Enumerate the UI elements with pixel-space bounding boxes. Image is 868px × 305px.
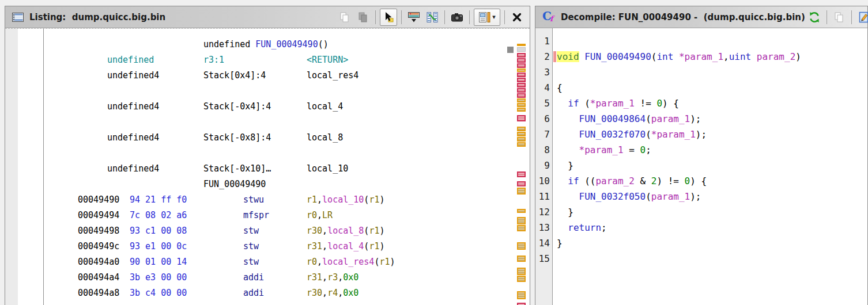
decompiler-line[interactable]: 7 FUN_0032f070(*param_1); bbox=[535, 127, 867, 142]
decompiler-titlebar[interactable]: Cf Decompile: FUN_00049490 - (dump.quicc… bbox=[535, 6, 867, 28]
edit-fields-icon[interactable]: ▾ bbox=[474, 9, 500, 26]
overview-orange-marker[interactable] bbox=[517, 225, 526, 231]
decompiler-code[interactable]: } bbox=[553, 235, 563, 251]
overview-lightgray-marker[interactable] bbox=[517, 47, 526, 52]
overview-orange-marker[interactable] bbox=[517, 68, 526, 72]
overview-red-marker[interactable] bbox=[517, 58, 526, 63]
decompiler-line[interactable]: 14} bbox=[535, 235, 867, 251]
decompiler-line[interactable]: 3 bbox=[535, 64, 867, 80]
overview-orange-marker[interactable] bbox=[517, 256, 526, 262]
overview-red-marker[interactable] bbox=[517, 73, 526, 77]
snapshot-icon[interactable] bbox=[449, 9, 465, 25]
listing-row[interactable]: 0004949094 21 ff f0stwur1,local_10(r1) bbox=[5, 192, 530, 208]
cursor-mode-icon[interactable] bbox=[380, 9, 397, 26]
line-number: 10 bbox=[535, 173, 553, 189]
decompiler-code[interactable]: } bbox=[553, 204, 573, 220]
decompiler-line[interactable]: 4{ bbox=[535, 80, 867, 96]
listing-row[interactable] bbox=[5, 146, 530, 161]
diff-view-icon[interactable] bbox=[424, 9, 440, 25]
decompiler-line[interactable]: 13 return; bbox=[535, 220, 867, 235]
listing-row[interactable]: 0004949893 c1 00 08stwr30,local_8(r1) bbox=[5, 223, 530, 239]
overview-orange-marker[interactable] bbox=[517, 98, 526, 102]
decompiler-line[interactable]: 10 if ((param_2 & 2) != 0) { bbox=[535, 173, 867, 189]
overview-orange-marker[interactable] bbox=[517, 217, 526, 224]
listing-row[interactable]: undefinedr3:1<RETURN> bbox=[5, 52, 530, 68]
line-number: 2 bbox=[535, 49, 553, 64]
copy-icon[interactable] bbox=[831, 9, 847, 25]
listing-view[interactable]: undefined FUN_00049490()undefinedr3:1<RE… bbox=[5, 28, 530, 305]
decompiler-line[interactable]: 6 FUN_00049864(param_1); bbox=[535, 111, 867, 127]
decompiler-code[interactable]: { bbox=[553, 80, 563, 96]
decompiler-line[interactable]: 11 FUN_0032f050(param_1); bbox=[535, 189, 867, 204]
overview-orange-marker[interactable] bbox=[517, 276, 526, 282]
overview-red-marker[interactable] bbox=[517, 78, 526, 82]
listing-titlebar[interactable]: Listing: dump.quicc.big.bin bbox=[5, 6, 530, 28]
overview-orange-marker[interactable] bbox=[517, 268, 526, 275]
overview-red-marker[interactable] bbox=[517, 115, 526, 121]
listing-row[interactable]: undefined4Stack[-0x10]…local_10 bbox=[5, 161, 530, 177]
listing-row[interactable]: 000494947c 08 02 a6mfsprr0,LR bbox=[5, 208, 530, 223]
listing-row[interactable]: 000494a83b c4 00 00addir30,r4,0x0 bbox=[5, 285, 530, 301]
listing-row[interactable]: FUN_00049490 bbox=[5, 177, 530, 192]
decompiler-line[interactable]: 9 } bbox=[535, 158, 867, 173]
line-number: 3 bbox=[535, 64, 553, 80]
decompiler-code[interactable]: return; bbox=[553, 220, 607, 235]
decompiler-line[interactable]: 1 bbox=[535, 33, 867, 49]
line-number: 15 bbox=[535, 251, 553, 266]
overview-orange-marker[interactable] bbox=[517, 291, 526, 299]
decompiler-title: Decompile: FUN_00049490 - (dump.quicc.bi… bbox=[561, 12, 805, 22]
overview-red-marker[interactable] bbox=[517, 83, 526, 87]
decompiler-line[interactable]: 15 bbox=[535, 251, 867, 266]
decompiler-line[interactable]: 5 if (*param_1 != 0) { bbox=[535, 96, 867, 111]
listing-row[interactable]: undefined4Stack[-0x8]:4local_8 bbox=[5, 130, 530, 146]
listing-row[interactable]: 000494a090 01 00 14stwr0,local_res4(r1) bbox=[5, 254, 530, 270]
overview-red-marker[interactable] bbox=[517, 93, 526, 98]
decompiler-code[interactable] bbox=[553, 33, 557, 49]
decompiler-code[interactable]: if (*param_1 != 0) { bbox=[553, 96, 679, 111]
decompiler-code[interactable]: *param_1 = 0; bbox=[553, 142, 651, 158]
listing-row[interactable]: 0004949c93 e1 00 0cstwr31,local_4(r1) bbox=[5, 239, 530, 254]
overview-square-marker[interactable] bbox=[507, 47, 514, 53]
listing-row[interactable] bbox=[5, 115, 530, 130]
overview-orange-marker[interactable] bbox=[517, 242, 526, 250]
refresh-icon[interactable] bbox=[806, 9, 822, 25]
dual-listing-icon[interactable] bbox=[406, 9, 422, 25]
paste-icon[interactable] bbox=[355, 9, 371, 25]
overview-red-marker[interactable] bbox=[517, 303, 526, 305]
listing-row[interactable]: 000494a43b e3 00 00addir31,r3,0x0 bbox=[5, 270, 530, 285]
listing-row[interactable]: undefined FUN_00049490() bbox=[5, 37, 530, 52]
overview-orange-marker[interactable] bbox=[517, 127, 526, 131]
overview-orange-marker[interactable] bbox=[517, 142, 526, 147]
overview-orange-marker[interactable] bbox=[517, 108, 526, 112]
overview-orange-marker[interactable] bbox=[517, 44, 526, 46]
decompiler-line[interactable]: 8 *param_1 = 0; bbox=[535, 142, 867, 158]
overview-red-marker[interactable] bbox=[517, 88, 526, 93]
copy-icon[interactable] bbox=[337, 9, 353, 25]
decompiler-code[interactable]: FUN_00049864(param_1); bbox=[553, 111, 701, 127]
overview-orange-marker[interactable] bbox=[517, 209, 526, 213]
listing-row[interactable] bbox=[5, 83, 530, 99]
overview-orange-marker[interactable] bbox=[517, 132, 526, 136]
listing-row[interactable]: undefined4Stack[0x4]:4local_res4 bbox=[5, 68, 530, 83]
overview-orange-marker[interactable] bbox=[517, 188, 526, 195]
decompiler-code[interactable]: FUN_0032f050(param_1); bbox=[553, 189, 701, 204]
decompiler-view[interactable]: 12void FUN_00049490(int *param_1,uint pa… bbox=[535, 28, 867, 305]
listing-row[interactable]: undefined4Stack[-0x4]:4local_4 bbox=[5, 99, 530, 115]
decompiler-line[interactable]: 2void FUN_00049490(int *param_1,uint par… bbox=[535, 49, 867, 64]
dropdown-arrow-icon[interactable]: ▾ bbox=[492, 13, 496, 21]
overview-red-marker[interactable] bbox=[517, 181, 526, 186]
decompiler-code[interactable]: if ((param_2 & 2) != 0) { bbox=[553, 173, 707, 189]
decompiler-line[interactable]: 12 } bbox=[535, 204, 867, 220]
overview-red-marker[interactable] bbox=[517, 171, 526, 177]
overview-red-marker[interactable] bbox=[517, 63, 526, 68]
decompiler-code[interactable]: void FUN_00049490(int *param_1,uint para… bbox=[553, 49, 801, 64]
decompiler-code[interactable]: FUN_0032f070(*param_1); bbox=[553, 127, 707, 142]
overview-orange-marker[interactable] bbox=[517, 103, 526, 107]
close-icon[interactable] bbox=[509, 9, 525, 25]
overview-orange-marker[interactable] bbox=[517, 137, 526, 142]
decompiler-code[interactable]: } bbox=[553, 158, 573, 173]
edit-function-icon[interactable] bbox=[856, 9, 868, 25]
overview-red-marker[interactable] bbox=[517, 53, 526, 58]
decompiler-code[interactable] bbox=[553, 64, 557, 80]
decompiler-code[interactable] bbox=[553, 251, 557, 266]
